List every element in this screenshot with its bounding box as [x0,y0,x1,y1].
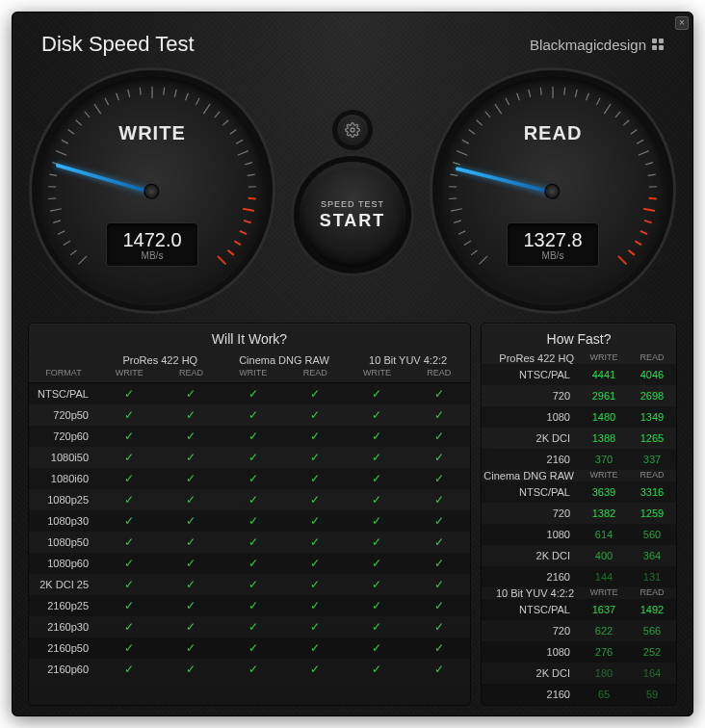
check-icon: ✓ [408,472,470,485]
format-label: NTSC/PAL [482,486,580,498]
check-icon: ✓ [160,557,222,570]
svg-line-27 [222,120,228,125]
svg-line-78 [644,221,652,222]
brand-logo-icon [652,39,664,50]
start-button[interactable]: SPEED TEST START [300,162,405,268]
check-icon: ✓ [98,514,160,528]
check-icon: ✓ [222,493,284,507]
check-icon: ✓ [160,514,222,528]
start-button-big: START [320,211,386,231]
svg-point-41 [351,128,354,132]
svg-line-52 [457,151,467,156]
table-row: 720622566 [482,620,676,641]
check-icon: ✓ [346,493,407,507]
svg-line-34 [248,198,256,199]
table-row: 2K DCI180164 [482,663,676,684]
hf-codec-name: 10 Bit YUV 4:2:2 [482,587,580,599]
check-icon: ✓ [160,429,222,443]
check-icon: ✓ [346,620,407,634]
table-row: NTSC/PAL44414046 [482,364,676,385]
format-label: 1080 [482,646,580,658]
wiw-sub: WRITE [346,366,407,382]
svg-line-19 [140,88,141,95]
svg-line-5 [50,209,62,211]
check-icon: ✓ [408,408,470,422]
check-icon: ✓ [284,387,346,401]
wiw-sub: READ [408,366,470,382]
read-fps: 164 [628,667,676,679]
settings-button[interactable] [336,114,369,146]
check-icon: ✓ [160,641,222,655]
table-row: 2K DCI400364 [482,545,676,566]
svg-line-8 [49,174,57,175]
hf-sub: WRITE [580,587,628,599]
check-icon: ✓ [408,387,470,401]
table-row: NTSC/PAL16371492 [482,599,676,620]
format-label: 2160p60 [29,663,98,675]
check-icon: ✓ [160,535,222,549]
gear-icon [345,122,360,138]
svg-line-64 [575,90,577,97]
format-label: 1080 [482,411,580,423]
svg-line-66 [596,98,600,105]
write-fps: 1382 [580,507,628,519]
hf-sub: READ [628,352,676,364]
will-it-work-panel: Will It Work? FORMAT ProRes 422 HQ Cinem… [28,323,471,706]
read-fps: 1265 [628,432,676,444]
check-icon: ✓ [408,514,470,528]
check-icon: ✓ [98,578,160,591]
format-label: 720p60 [29,430,98,442]
svg-line-6 [48,198,56,199]
check-icon: ✓ [98,451,160,464]
check-icon: ✓ [98,472,160,485]
read-fps: 364 [628,550,676,561]
svg-line-29 [236,140,243,143]
svg-line-42 [480,256,487,264]
read-unit: MB/s [542,250,564,261]
hf-group-header: 10 Bit YUV 4:2:2WRITEREAD [482,587,676,599]
svg-line-63 [564,88,565,95]
svg-line-46 [454,221,461,222]
write-fps: 2961 [580,390,628,402]
write-fps: 400 [580,550,628,561]
check-icon: ✓ [160,408,222,422]
svg-line-65 [587,93,589,101]
svg-line-12 [68,130,74,135]
read-fps: 3316 [628,486,676,498]
check-icon: ✓ [160,451,222,464]
gauges-row: WRITE 1472.0 MB/s SPEED TEST START [13,66,692,323]
check-icon: ✓ [346,557,407,570]
format-label: 720 [482,625,580,637]
hf-sub: READ [628,587,676,599]
format-label: 2160p50 [29,642,98,654]
table-row: 2160p25✓✓✓✓✓✓ [29,595,470,616]
format-label: NTSC/PAL [29,388,98,400]
format-label: 1080p25 [29,494,98,506]
svg-line-48 [449,198,457,199]
hf-body: ProRes 422 HQWRITEREADNTSC/PAL4441404672… [482,352,676,705]
svg-line-77 [643,209,655,211]
check-icon: ✓ [222,451,284,464]
hf-sub: READ [628,470,676,481]
svg-line-14 [85,112,90,117]
hf-group-header: Cinema DNG RAWWRITEREAD [482,470,676,481]
table-row: 1080i50✓✓✓✓✓✓ [29,447,470,468]
check-icon: ✓ [346,578,407,591]
check-icon: ✓ [284,620,346,634]
svg-line-26 [215,112,220,117]
check-icon: ✓ [284,514,346,528]
write-fps: 1480 [580,411,628,423]
read-fps: 4046 [628,369,676,380]
check-icon: ✓ [160,493,222,507]
svg-line-56 [485,112,490,117]
format-label: 1080 [482,529,580,540]
svg-line-61 [540,88,541,95]
svg-line-3 [58,231,65,234]
format-label: 1080p50 [29,536,98,548]
svg-line-70 [631,130,637,135]
write-gauge: WRITE 1472.0 MB/s [38,76,267,305]
read-value-box: 1327.8 MB/s [507,222,599,267]
tables-row: Will It Work? FORMAT ProRes 422 HQ Cinem… [13,323,692,716]
wiw-codec-1: Cinema DNG RAW [222,352,347,366]
wiw-sub: WRITE [98,366,160,382]
